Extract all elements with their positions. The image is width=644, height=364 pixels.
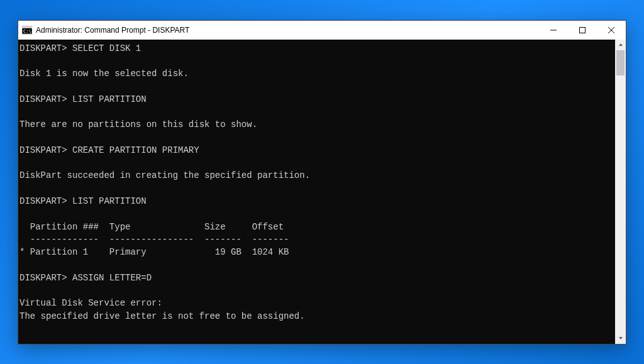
prompt: DISKPART> [19, 43, 67, 53]
output-line: Disk 1 is now the selected disk. [19, 69, 189, 79]
scroll-down-arrow[interactable] [615, 333, 626, 344]
scroll-up-arrow[interactable] [615, 40, 626, 50]
cmd-icon: C:\ [22, 25, 32, 35]
table-header: Partition ### Type Size Offset [19, 222, 284, 232]
command: LIST PARTITION [72, 196, 147, 206]
output-line: Virtual Disk Service error: [19, 298, 162, 308]
command-prompt-window: C:\ Administrator: Command Prompt - DISK… [18, 20, 626, 345]
command: ASSIGN LETTER=D [72, 273, 152, 283]
close-button[interactable] [597, 21, 626, 40]
output-line: There are no partitions on this disk to … [19, 119, 257, 130]
svg-rect-1 [22, 26, 32, 28]
prompt: DISKPART> [19, 145, 67, 155]
output-line: DiskPart succeeded in creating the speci… [19, 170, 310, 180]
command: LIST PARTITION [72, 94, 147, 104]
maximize-button[interactable] [568, 21, 597, 40]
command: CREATE PARTITION PRIMARY [72, 145, 199, 155]
svg-marker-7 [619, 43, 623, 46]
prompt: DISKPART> [19, 94, 67, 104]
terminal-output[interactable]: DISKPART> SELECT DISK 1 Disk 1 is now th… [18, 40, 615, 344]
window-title: Administrator: Command Prompt - DISKPART [36, 26, 535, 35]
scroll-track[interactable] [615, 50, 626, 333]
table-row: * Partition 1 Primary 19 GB 1024 KB [19, 247, 289, 257]
titlebar[interactable]: C:\ Administrator: Command Prompt - DISK… [18, 21, 626, 40]
content-area: DISKPART> SELECT DISK 1 Disk 1 is now th… [18, 40, 626, 344]
scroll-thumb[interactable] [616, 50, 625, 75]
output-line: The specified drive letter is not free t… [19, 311, 305, 321]
window-controls [539, 21, 626, 40]
svg-rect-4 [580, 27, 586, 33]
prompt: DISKPART> [19, 273, 67, 283]
command: SELECT DISK 1 [72, 43, 141, 53]
prompt: DISKPART> [19, 196, 67, 206]
svg-marker-8 [619, 337, 623, 339]
minimize-button[interactable] [539, 21, 568, 40]
svg-text:C:\: C:\ [23, 29, 31, 34]
vertical-scrollbar[interactable] [615, 40, 626, 344]
table-divider: ------------- ---------------- ------- -… [19, 234, 289, 245]
